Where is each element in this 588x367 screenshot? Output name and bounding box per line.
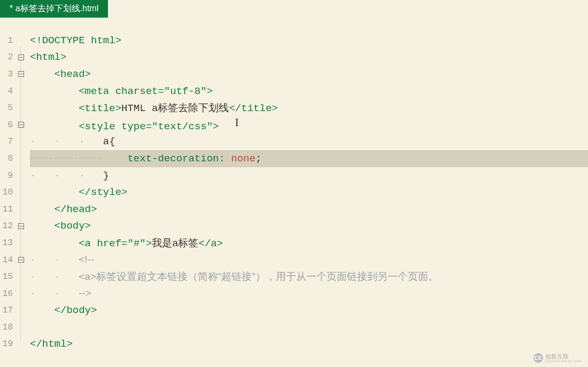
code-line[interactable]: 14· · <!-- xyxy=(0,252,588,269)
code-content[interactable]: · · <a>标签设置超文本链接（简称“超链接”），用于从一个页面链接到另一个页… xyxy=(27,270,438,284)
line-number: 2 xyxy=(0,52,15,62)
line-number: 4 xyxy=(0,87,15,96)
code-editor[interactable]: 1<!DOCTYPE html>2<html>3 <head>4 <meta c… xyxy=(0,19,588,353)
code-content[interactable]: <!DOCTYPE html> xyxy=(27,35,121,46)
code-content[interactable]: </style> xyxy=(27,186,127,198)
fold-gutter[interactable] xyxy=(15,257,27,263)
code-line[interactable]: 7· · · a{ xyxy=(0,134,588,151)
fold-gutter[interactable] xyxy=(15,54,27,60)
code-line[interactable]: 19</html> xyxy=(0,336,588,353)
code-line[interactable]: 12 <body> xyxy=(0,218,588,235)
line-number: 9 xyxy=(0,171,15,181)
line-number: 11 xyxy=(0,205,15,214)
code-line[interactable]: 1<!DOCTYPE html> xyxy=(0,32,588,49)
line-number: 16 xyxy=(0,289,15,299)
line-number: 18 xyxy=(0,323,15,332)
fold-gutter[interactable] xyxy=(15,71,27,77)
watermark: CX 创新互联 CHUANG XIN HU LIAN xyxy=(533,353,582,363)
code-line[interactable]: 5 <title>HTML a标签去除下划线</title> xyxy=(0,99,588,116)
code-line[interactable]: 16· · --> xyxy=(0,285,588,302)
line-number: 8 xyxy=(0,154,15,163)
code-line[interactable]: 13 <a href="#">我是a标签</a> xyxy=(0,235,588,252)
fold-gutter[interactable] xyxy=(15,122,27,128)
line-number: 12 xyxy=(0,221,15,231)
code-line[interactable]: 18 xyxy=(0,319,588,336)
code-content[interactable]: ───·───·───· text-decoration: none; xyxy=(27,153,261,165)
line-number: 15 xyxy=(0,272,15,282)
code-line[interactable]: 10 </style> xyxy=(0,184,588,201)
watermark-text: 创新互联 xyxy=(545,354,582,360)
code-content[interactable]: <html> xyxy=(27,51,66,63)
code-line[interactable]: 11 </head> xyxy=(0,201,588,218)
line-number: 5 xyxy=(0,103,15,113)
code-line[interactable]: 9· · · } xyxy=(0,167,588,184)
file-tab[interactable]: * a标签去掉下划线.html xyxy=(0,0,108,18)
line-number: 7 xyxy=(0,137,15,146)
line-number: 19 xyxy=(0,339,15,349)
code-line[interactable]: 4 <meta charset="utf-8"> xyxy=(0,83,588,100)
fold-toggle-icon[interactable] xyxy=(18,257,24,263)
text-cursor xyxy=(219,118,220,129)
fold-toggle-icon[interactable] xyxy=(18,122,24,128)
code-content[interactable]: <head> xyxy=(27,68,91,80)
code-line[interactable]: 8───·───·───· text-decoration: none; xyxy=(0,150,588,167)
code-content[interactable]: · · · a{ xyxy=(27,136,115,147)
code-content[interactable]: · · --> xyxy=(27,287,91,300)
watermark-sub: CHUANG XIN HU LIAN xyxy=(545,360,582,363)
line-number: 14 xyxy=(0,255,15,265)
line-number: 3 xyxy=(0,69,15,79)
fold-toggle-icon[interactable] xyxy=(18,223,24,229)
code-content[interactable]: <a href="#">我是a标签</a> xyxy=(27,236,223,250)
code-line[interactable]: 2<html> xyxy=(0,49,588,66)
line-number: 13 xyxy=(0,238,15,248)
fold-toggle-icon[interactable] xyxy=(18,71,24,77)
code-content[interactable]: </html> xyxy=(27,338,73,350)
code-content[interactable]: <style type="text/css"> xyxy=(27,118,220,132)
line-number: 6 xyxy=(0,120,15,130)
line-number: 10 xyxy=(0,188,15,197)
line-number: 17 xyxy=(0,306,15,315)
code-content[interactable]: <body> xyxy=(27,220,91,232)
fold-gutter[interactable] xyxy=(15,223,27,229)
line-number: 1 xyxy=(0,36,15,45)
code-content[interactable]: · · <!-- xyxy=(27,254,94,266)
code-line[interactable]: 17 </body> xyxy=(0,302,588,319)
code-line[interactable]: 15· · <a>标签设置超文本链接（简称“超链接”），用于从一个页面链接到另一… xyxy=(0,268,588,285)
tab-bar: * a标签去掉下划线.html xyxy=(0,0,588,19)
watermark-icon: CX xyxy=(533,353,543,363)
code-line[interactable]: 3 <head> xyxy=(0,66,588,83)
code-line[interactable]: 6 <style type="text/css"> xyxy=(0,116,588,134)
code-content[interactable]: </body> xyxy=(27,304,97,316)
fold-toggle-icon[interactable] xyxy=(18,54,24,60)
code-content[interactable]: · · · } xyxy=(27,170,109,182)
code-content[interactable]: <meta charset="utf-8"> xyxy=(27,85,213,97)
code-content[interactable]: <title>HTML a标签去除下划线</title> xyxy=(27,101,278,115)
code-content[interactable]: </head> xyxy=(27,204,97,215)
